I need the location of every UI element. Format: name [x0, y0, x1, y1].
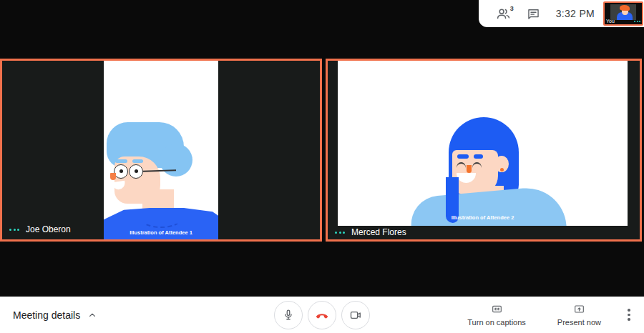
clock-time: 3:32 PM [556, 8, 595, 19]
closed-captions-icon [491, 303, 503, 315]
turn-on-captions-button[interactable]: Turn on captions [452, 303, 542, 327]
attendee-1-caption: Illustration of Attendee 1 [104, 229, 218, 236]
video-tile-merced-flores[interactable]: Illustration of Attendee 2 Merced Flores [326, 59, 642, 242]
audio-activity-icon [634, 21, 640, 22]
present-now-button[interactable]: Present now [542, 303, 617, 327]
participant-name: Joe Oberon [26, 224, 71, 234]
bottom-control-bar: Meeting details [0, 297, 644, 333]
video-tile-joe-oberon[interactable]: Illustration of Attendee 1 Joe Oberon [0, 59, 322, 242]
camera-icon [348, 308, 363, 322]
attendee-2-video: Illustration of Attendee 2 [338, 61, 628, 226]
captions-label: Turn on captions [467, 318, 526, 327]
self-view-thumbnail[interactable]: You [603, 1, 643, 26]
microphone-icon [281, 308, 296, 322]
attendee-1-video: Illustration of Attendee 1 [104, 61, 218, 239]
attendee-2-caption: Illustration of Attendee 2 [338, 214, 628, 221]
participants-button[interactable]: 3 [489, 0, 519, 27]
attendee-1-face [114, 156, 160, 204]
self-avatar-hair [620, 5, 630, 11]
participant-name-row: Joe Oberon [9, 224, 71, 234]
meeting-details-button[interactable]: Meeting details [13, 297, 97, 333]
secondary-controls: Turn on captions Present now [452, 297, 638, 333]
hang-up-icon [314, 307, 330, 323]
audio-activity-icon [335, 232, 345, 234]
meeting-details-label: Meeting details [13, 309, 80, 321]
participant-name: Merced Flores [351, 227, 406, 237]
more-options-button[interactable] [620, 301, 638, 329]
more-options-icon [628, 309, 630, 312]
chat-button[interactable] [519, 0, 549, 27]
audio-activity-icon [9, 229, 19, 231]
call-controls [274, 301, 370, 329]
present-label: Present now [557, 318, 601, 327]
mute-microphone-button[interactable] [274, 301, 303, 329]
camera-toggle-button[interactable] [341, 301, 370, 329]
chevron-up-icon [88, 311, 97, 319]
top-status-bar: 3 3:32 PM You [479, 0, 644, 27]
participants-count-badge: 3 [510, 5, 514, 12]
present-screen-icon [573, 303, 585, 315]
participant-name-row: Merced Flores [335, 227, 406, 237]
self-view-label: You [606, 19, 615, 24]
chat-icon [526, 6, 541, 21]
leave-call-button[interactable] [308, 301, 336, 329]
